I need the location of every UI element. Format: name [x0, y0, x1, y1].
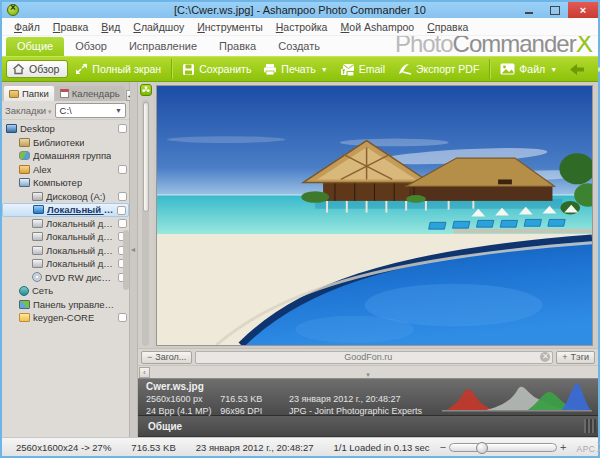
tab-edit[interactable]: Правка: [208, 37, 267, 56]
menu-view[interactable]: Вид: [95, 19, 126, 35]
panel-grip[interactable]: [584, 419, 596, 433]
tree-item-drive-c[interactable]: Локальный диск (C:): [2, 203, 129, 217]
zoom-slider: − +: [440, 441, 567, 453]
menu-file[interactable]: Файл: [8, 19, 46, 35]
tree-item-drive-f[interactable]: Локальный диск (F:): [2, 244, 129, 258]
bottom-tab-general[interactable]: Общие: [138, 421, 192, 432]
user-icon: [19, 165, 30, 174]
title-bar: [C:\Cwer.ws.jpg] - Ashampoo Photo Comman…: [2, 2, 598, 18]
app-window: [C:\Cwer.ws.jpg] - Ashampoo Photo Comman…: [0, 0, 600, 458]
sidebar-splitter[interactable]: ◂: [130, 82, 138, 437]
path-combobox[interactable]: C:\ ▼: [55, 103, 126, 118]
arrow-left-icon: [569, 63, 585, 76]
maximize-button[interactable]: [542, 2, 568, 18]
menu-edit[interactable]: Правка: [47, 19, 94, 35]
checkbox[interactable]: [117, 206, 126, 215]
tree-item-user[interactable]: Alex: [2, 163, 129, 177]
tab-general[interactable]: Общие: [6, 37, 64, 56]
file-button[interactable]: Файл▼: [495, 61, 562, 77]
photo-canvas[interactable]: [153, 82, 598, 348]
tree-item-homegroup[interactable]: Домашняя группа: [2, 149, 129, 163]
dvd-drive-icon: [32, 272, 42, 282]
zoom-out-label[interactable]: −: [440, 441, 446, 453]
tree-scrollbar[interactable]: [123, 230, 129, 290]
strip-scroll-left-button[interactable]: ‹: [139, 367, 150, 378]
checkbox[interactable]: [118, 124, 127, 133]
next-image-button[interactable]: [592, 61, 600, 78]
calendar-icon: [60, 89, 69, 98]
splitter-collapse-arrow[interactable]: ◂: [131, 245, 135, 254]
viewer-utility-column: [138, 82, 153, 348]
tree-item-drive-g[interactable]: Локальный диск (G:): [2, 257, 129, 271]
tags-expand-button[interactable]: + Тэги: [556, 351, 595, 364]
path-value: C:\: [60, 105, 72, 116]
tree-item-computer[interactable]: Компьютер: [2, 176, 129, 190]
bookmark-row: Закладки C:\ ▼: [2, 101, 129, 120]
tab-create[interactable]: Создать: [267, 37, 331, 56]
image-title-value: GoodFon.ru: [196, 352, 540, 362]
checkbox[interactable]: [118, 313, 127, 322]
checkbox[interactable]: [118, 219, 127, 228]
minimize-button[interactable]: [516, 2, 542, 18]
save-button[interactable]: Сохранить: [177, 61, 256, 78]
histogram: [442, 379, 592, 413]
print-icon: [263, 63, 277, 76]
image-title-field[interactable]: GoodFon.ru ✕: [195, 351, 553, 364]
status-bar: 2560x1600x24 -> 27% 716.53 KB 23 января …: [2, 437, 598, 456]
title-collapse-button[interactable]: − Загол...: [141, 351, 192, 364]
picture-icon: [500, 63, 515, 75]
file-dropdown-caret[interactable]: ▼: [550, 66, 557, 73]
tree-item-keygen-core[interactable]: keygen-CORE: [2, 311, 129, 325]
browse-button[interactable]: Обзор: [6, 60, 68, 78]
checkbox[interactable]: [118, 165, 127, 174]
zoom-slider-thumb[interactable]: [476, 442, 488, 454]
window-title: [C:\Cwer.ws.jpg] - Ashampoo Photo Comman…: [2, 4, 598, 16]
plus-icon: +: [562, 352, 567, 362]
tab-folders[interactable]: Папки: [4, 86, 54, 101]
tree-item-drive-h[interactable]: DVD RW дисковод (H:): [2, 271, 129, 285]
tab-browse[interactable]: Обзор: [64, 37, 118, 56]
disk-drive-icon: [32, 232, 43, 241]
zoom-slider-track[interactable]: [449, 443, 557, 452]
fullscreen-button[interactable]: Полный экран: [70, 61, 166, 77]
tree-item-desktop[interactable]: Desktop: [2, 122, 129, 136]
folder-tree: Desktop Библиотеки Домашняя группа Alex …: [2, 120, 129, 437]
menu-slideshow[interactable]: Слайдшоу: [127, 19, 190, 35]
menu-help[interactable]: Справка: [421, 19, 474, 35]
viewer-scrollbar-thumb[interactable]: [143, 102, 149, 212]
chevron-down-icon[interactable]: ▼: [115, 107, 125, 114]
folder-icon: [19, 313, 30, 322]
tree-item-drive-d[interactable]: Локальный диск (D:): [2, 217, 129, 231]
photo-maldives-resort: [156, 85, 593, 346]
tab-calendar[interactable]: Календарь: [55, 86, 125, 101]
print-dropdown-caret[interactable]: ▼: [321, 66, 328, 73]
menu-bar: Файл Правка Вид Слайдшоу Инструменты Нас…: [2, 18, 598, 36]
checkbox[interactable]: [118, 192, 127, 201]
previous-image-button[interactable]: [564, 61, 590, 78]
clear-title-icon[interactable]: ✕: [540, 352, 550, 362]
effects-button[interactable]: [140, 84, 152, 96]
email-button[interactable]: f Email: [335, 61, 390, 78]
print-button[interactable]: Печать▼: [258, 61, 332, 78]
zoom-in-label[interactable]: +: [560, 441, 566, 453]
tree-item-libraries[interactable]: Библиотеки: [2, 136, 129, 150]
tab-fix[interactable]: Исправление: [118, 37, 208, 56]
menu-settings[interactable]: Настройка: [270, 19, 334, 35]
email-icon: f: [340, 63, 355, 76]
menu-my-ashampoo[interactable]: Мой Ashampoo: [334, 19, 420, 35]
network-icon: [19, 286, 29, 296]
disk-drive-icon: [32, 259, 43, 268]
tree-item-drive-e[interactable]: Локальный диск (E:): [2, 230, 129, 244]
close-button[interactable]: ×: [568, 2, 598, 18]
bookmarks-dropdown[interactable]: Закладки: [5, 105, 52, 116]
export-pdf-button[interactable]: Экспорт PDF: [392, 61, 484, 78]
tree-item-control-panel[interactable]: Панель управления: [2, 298, 129, 312]
viewer-scrollbar[interactable]: [142, 100, 149, 346]
disk-drive-c-icon: [33, 205, 44, 214]
viewer-column: − Загол... GoodFon.ru ✕ + Тэги ‹ ▾: [138, 82, 598, 437]
tree-item-drive-a[interactable]: Дисковод (A:): [2, 190, 129, 204]
main-area: Папки Календарь ◀ ▶ Закладки C:\ ▼: [2, 82, 598, 437]
menu-tools[interactable]: Инструменты: [191, 19, 268, 35]
tree-item-network[interactable]: Сеть: [2, 284, 129, 298]
folder-sidebar: Папки Календарь ◀ ▶ Закладки C:\ ▼: [2, 82, 130, 437]
